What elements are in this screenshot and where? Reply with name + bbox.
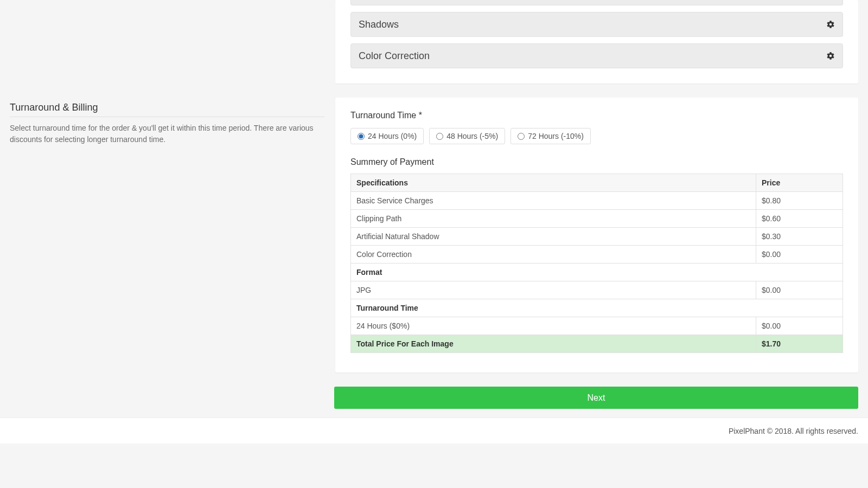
table-row: Format: [351, 264, 843, 281]
table-row: Turnaround Time: [351, 299, 843, 317]
table-row: Color Correction$0.00: [351, 246, 843, 264]
table-row: 24 Hours ($0%)$0.00: [351, 317, 843, 335]
turnaround-option-72-label: 72 Hours (-10%): [528, 132, 584, 140]
accordion-prev-stub[interactable]: [350, 0, 843, 5]
turnaround-option-24-label: 24 Hours (0%): [368, 132, 417, 140]
turnaround-option-48-label: 48 Hours (-5%): [446, 132, 498, 140]
table-row: Clipping Path$0.60: [351, 210, 843, 228]
table-row: Basic Service Charges$0.80: [351, 192, 843, 210]
turnaround-option-24[interactable]: 24 Hours (0%): [350, 128, 424, 144]
accordion-shadows-label: Shadows: [359, 19, 399, 30]
gear-icon: [826, 52, 835, 60]
payment-summary-title: Summery of Payment: [350, 157, 843, 167]
table-row: Artificial Natural Shadow$0.30: [351, 228, 843, 246]
turnaround-radio-72[interactable]: [518, 133, 525, 140]
next-button[interactable]: Next: [334, 387, 858, 409]
turnaround-radio-24[interactable]: [358, 133, 365, 140]
turnaround-radio-48[interactable]: [436, 133, 443, 140]
payment-summary-table: Specifications Price Basic Service Charg…: [350, 174, 843, 353]
table-row: JPG$0.00: [351, 281, 843, 299]
footer-text: PixelPhant © 2018. All rights reserved.: [729, 427, 858, 435]
turnaround-time-label: Turnaround Time *: [350, 111, 843, 120]
accordion-color-correction[interactable]: Color Correction: [350, 43, 843, 68]
turnaround-option-72[interactable]: 72 Hours (-10%): [510, 128, 591, 144]
turnaround-option-48[interactable]: 48 Hours (-5%): [429, 128, 505, 144]
col-spec: Specifications: [351, 174, 756, 192]
turnaround-section-desc: Select turnaround time for the order & y…: [10, 117, 324, 145]
col-price: Price: [756, 174, 843, 192]
accordion-color-correction-label: Color Correction: [359, 50, 430, 62]
turnaround-section-title: Turnaround & Billing: [10, 98, 324, 117]
gear-icon: [826, 20, 835, 29]
table-row-total: Total Price For Each Image$1.70: [351, 335, 843, 353]
accordion-shadows[interactable]: Shadows: [350, 12, 843, 37]
